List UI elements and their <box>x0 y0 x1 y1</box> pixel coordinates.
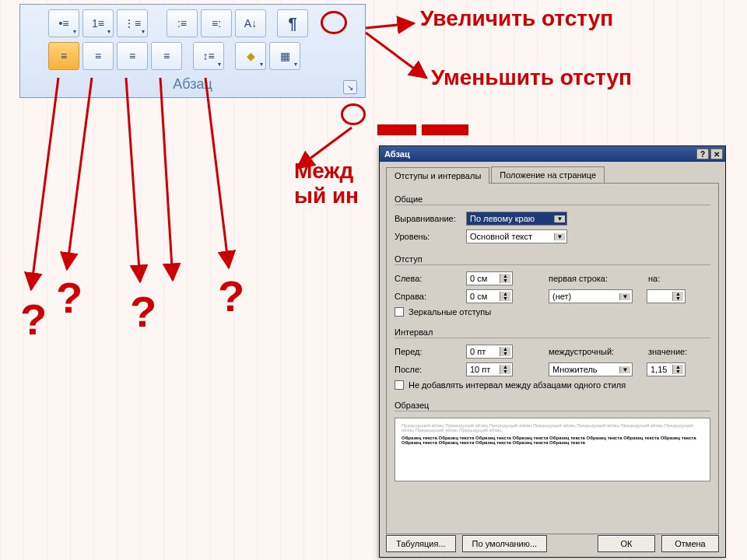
dialog-close-button[interactable]: ✕ <box>710 149 723 159</box>
align-center-icon: ≡ <box>95 50 101 62</box>
mirror-indents-label: Зеркальные отступы <box>409 307 491 317</box>
justify-icon: ≡ <box>163 50 170 62</box>
svg-line-6 <box>160 78 173 280</box>
firstline-combo[interactable]: (нет)▼ <box>549 289 633 303</box>
qmark-4: ? <box>218 271 244 321</box>
chevron-down-icon: ▼ <box>554 215 565 222</box>
qmark-2: ? <box>56 272 82 323</box>
tab-indents-spacing[interactable]: Отступы и интервалы <box>386 167 489 184</box>
align-right-button[interactable]: ≡ <box>117 42 148 70</box>
preview-black-text: Образец текста Образец текста Образец те… <box>402 436 703 445</box>
dialog-help-button[interactable]: ? <box>696 149 709 159</box>
sort-icon: А↓ <box>244 17 257 30</box>
spin-buttons-icon: ▲▼ <box>500 365 510 374</box>
spacing-after-label: После: <box>395 365 466 374</box>
ribbon-row-1: •≡ 1≡ ⋮≡ :≡ ≡: А↓ ¶ <box>25 9 360 37</box>
align-left-icon: ≡ <box>61 50 67 62</box>
shading-button[interactable]: ◆ <box>235 42 266 70</box>
borders-icon: ▦ <box>280 50 290 62</box>
cancel-button[interactable]: Отмена <box>661 535 719 552</box>
line-spacing-icon: ↕≡ <box>202 50 214 62</box>
borders-button[interactable]: ▦ <box>269 42 300 70</box>
spacing-before-value: 0 пт <box>470 347 486 356</box>
mirror-indents-checkbox[interactable] <box>395 307 404 317</box>
pilcrow-icon: ¶ <box>288 15 296 33</box>
linespace-value-spin[interactable]: 1,15▲▼ <box>647 362 686 376</box>
decrease-indent-icon: :≡ <box>177 17 187 30</box>
show-paragraph-marks-button[interactable]: ¶ <box>277 9 308 37</box>
dialog-button-row: Табуляция... По умолчанию... ОК Отмена <box>386 535 719 552</box>
justify-button[interactable]: ≡ <box>151 42 182 70</box>
sort-button[interactable]: А↓ <box>235 9 266 37</box>
value-label: значение: <box>648 347 695 356</box>
indent-left-spin[interactable]: 0 см▲▼ <box>466 271 513 285</box>
indent-left-label: Слева: <box>395 274 466 283</box>
group-spacing: Интервал <box>395 327 710 338</box>
firstline-value: (нет) <box>552 292 571 301</box>
spacing-before-label: Перед: <box>395 347 466 356</box>
multilevel-icon: ⋮≡ <box>124 17 141 30</box>
dialog-title: Абзац <box>384 149 410 159</box>
spacing-after-spin[interactable]: 10 пт▲▼ <box>466 362 513 376</box>
chevron-down-icon: ▼ <box>619 293 630 300</box>
alignment-combo[interactable]: По левому краю▼ <box>466 212 567 226</box>
numbering-button[interactable]: 1≡ <box>82 9 114 37</box>
level-combo[interactable]: Основной текст▼ <box>466 229 567 243</box>
callout-increase-indent: Увеличить отступ <box>420 6 613 31</box>
red-bar-1 <box>377 124 416 135</box>
callout-interline-partial: Межд ый ин <box>294 159 359 208</box>
firstline-label: первая строка: <box>549 274 626 283</box>
spacing-before-spin[interactable]: 0 пт▲▼ <box>466 345 513 359</box>
svg-line-4 <box>67 78 92 269</box>
no-add-space-checkbox[interactable] <box>395 380 404 390</box>
level-value: Основной текст <box>470 232 532 241</box>
align-left-button[interactable]: ≡ <box>48 42 79 70</box>
ribbon-group-title: Абзац ↘ <box>25 75 360 96</box>
dialog-titlebar: Абзац ? ✕ <box>380 146 725 162</box>
group-preview: Образец <box>395 401 710 411</box>
qmark-3: ? <box>130 286 156 337</box>
multilevel-list-button[interactable]: ⋮≡ <box>117 9 148 37</box>
no-add-space-label: Не добавлять интервал между абзацами одн… <box>409 380 626 390</box>
chevron-down-icon: ▼ <box>619 366 630 373</box>
tab-page-position[interactable]: Положение на странице <box>491 166 605 183</box>
bullets-icon: •≡ <box>58 17 68 30</box>
indent-right-value: 0 см <box>470 292 487 301</box>
spin-buttons-icon: ▲▼ <box>500 274 510 283</box>
level-label: Уровень: <box>395 232 466 241</box>
dialog-tabs: Отступы и интервалы Положение на страниц… <box>380 162 725 183</box>
callout-decrease-indent: Уменьшить отступ <box>431 65 632 90</box>
ribbon-paragraph-group: •≡ 1≡ ⋮≡ :≡ ≡: А↓ ¶ ≡ ≡ ≡ ≡ ↕≡ ◆ ▦ Абзац… <box>19 4 366 98</box>
qmark-1: ? <box>20 294 47 345</box>
align-right-icon: ≡ <box>129 50 135 62</box>
tabs-button[interactable]: Табуляция... <box>386 535 456 552</box>
highlight-circle-pilcrow <box>321 11 347 34</box>
line-spacing-button[interactable]: ↕≡ <box>193 42 224 70</box>
align-center-button[interactable]: ≡ <box>82 42 114 70</box>
bullets-button[interactable]: •≡ <box>48 9 79 37</box>
preview-grey-text: Предыдущий абзац Предыдущий абзац Предыд… <box>402 423 703 432</box>
paragraph-dialog: Абзац ? ✕ Отступы и интервалы Положение … <box>379 145 726 558</box>
indent-by-spin[interactable]: ▲▼ <box>647 289 686 303</box>
ribbon-row-2: ≡ ≡ ≡ ≡ ↕≡ ◆ ▦ <box>25 42 360 70</box>
ribbon-group-label: Абзац <box>173 76 212 92</box>
svg-line-0 <box>366 23 414 28</box>
default-button[interactable]: По умолчанию... <box>462 535 548 552</box>
alignment-label: Выравнивание: <box>395 214 466 223</box>
dialog-tab-panel: Общие Выравнивание: По левому краю▼ Уров… <box>386 183 719 534</box>
increase-indent-icon: ≡: <box>212 17 221 30</box>
linespace-label: междустрочный: <box>549 347 626 356</box>
indent-right-spin[interactable]: 0 см▲▼ <box>466 289 513 303</box>
dialog-launcher-button[interactable]: ↘ <box>343 80 357 94</box>
numbering-icon: 1≡ <box>92 17 104 30</box>
ok-button[interactable]: ОК <box>598 535 655 552</box>
decrease-indent-button[interactable]: :≡ <box>167 9 198 37</box>
group-general: Общие <box>395 194 710 205</box>
increase-indent-button[interactable]: ≡: <box>201 9 232 37</box>
linespace-combo[interactable]: Множитель▼ <box>549 362 633 376</box>
svg-line-5 <box>126 78 140 282</box>
chevron-down-icon: ▼ <box>554 233 565 240</box>
spin-buttons-icon: ▲▼ <box>672 292 683 301</box>
spin-buttons-icon: ▲▼ <box>672 365 683 374</box>
indent-by-label: на: <box>648 274 672 283</box>
